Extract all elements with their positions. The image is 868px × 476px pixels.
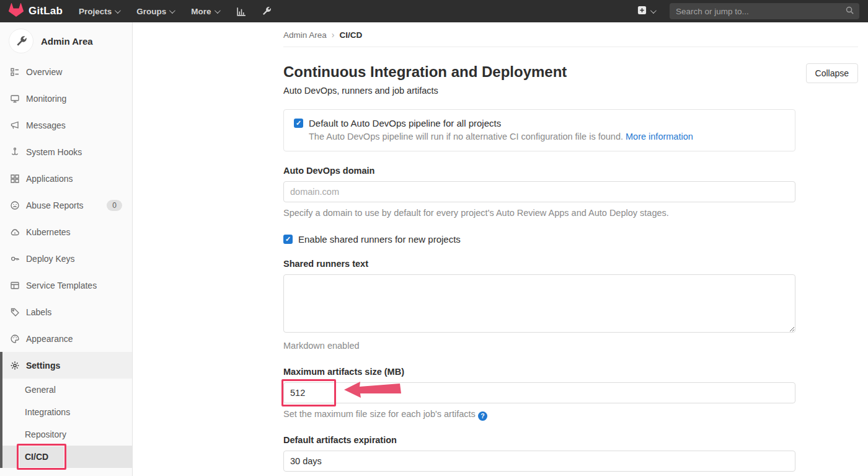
sidebar-item-integrations[interactable]: Integrations <box>2 401 132 423</box>
logo-text: GitLab <box>29 5 63 17</box>
key-icon <box>10 254 20 264</box>
sidebar-item-applications[interactable]: Applications <box>0 165 132 192</box>
auto-devops-panel: ✓ Default to Auto DevOps pipeline for al… <box>283 109 795 151</box>
collapse-button[interactable]: Collapse <box>806 63 858 83</box>
auto-devops-checkbox-label[interactable]: Default to Auto DevOps pipeline for all … <box>309 118 501 128</box>
artifacts-expiration-group: Default artifacts expiration Set the def… <box>283 435 795 476</box>
admin-wrench-icon[interactable] <box>262 6 272 16</box>
sidebar-item-appearance[interactable]: Appearance <box>0 325 132 352</box>
palette-icon <box>10 334 20 344</box>
nav-groups[interactable]: Groups <box>136 7 174 16</box>
runners-textarea[interactable] <box>283 274 795 333</box>
admin-area-avatar <box>9 29 33 53</box>
chevron-down-icon <box>215 7 221 14</box>
expiration-label: Default artifacts expiration <box>283 435 795 445</box>
grid-icon <box>10 174 20 184</box>
sidebar-item-overview[interactable]: Overview <box>0 58 132 85</box>
sidebar-item-system-hooks[interactable]: System Hooks <box>0 138 132 165</box>
gear-icon <box>10 361 20 370</box>
expiration-input[interactable] <box>283 451 795 472</box>
more-information-link[interactable]: More information <box>626 132 693 141</box>
cloud-gear-icon <box>10 227 20 237</box>
auto-devops-domain-group: Auto DevOps domain Specify a domain to u… <box>283 166 795 220</box>
sidebar-item-general[interactable]: General <box>2 379 132 401</box>
sidebar-header: Admin Area <box>0 22 132 58</box>
sidebar-item-kubernetes[interactable]: Kubernetes <box>0 218 132 245</box>
chevron-down-icon <box>169 7 175 14</box>
activity-chart-icon[interactable] <box>236 6 247 17</box>
auto-devops-help-text: The Auto DevOps pipeline will run if no … <box>309 132 623 141</box>
sidebar-item-deploy-keys[interactable]: Deploy Keys <box>0 245 132 272</box>
sidebar-settings-section: Settings General Integrations Repository… <box>0 352 132 468</box>
monitor-icon <box>10 94 20 104</box>
auto-devops-checkbox[interactable]: ✓ <box>294 119 303 128</box>
tag-icon <box>10 307 20 317</box>
runners-text-label: Shared runners text <box>283 259 795 269</box>
markdown-enabled-text: Markdown enabled <box>283 339 795 353</box>
breadcrumb-admin-area[interactable]: Admin Area <box>283 30 327 40</box>
search-icon <box>845 6 854 17</box>
global-search[interactable] <box>670 3 859 19</box>
top-navbar: GitLab Projects Groups More <box>0 0 868 22</box>
new-item-dropdown[interactable] <box>637 6 655 17</box>
help-question-icon[interactable]: ? <box>478 411 487 421</box>
template-icon <box>10 281 20 290</box>
shared-runners-checkbox[interactable]: ✓ <box>283 235 293 244</box>
frown-face-icon <box>10 200 20 210</box>
sidebar-item-labels[interactable]: Labels <box>0 299 132 325</box>
page-subtitle: Auto DevOps, runners and job artifacts <box>283 86 567 96</box>
max-artifacts-help-text: Set the maximum file size for each job's… <box>283 409 476 419</box>
sidebar-item-repository[interactable]: Repository <box>2 423 132 446</box>
sidebar-item-messages[interactable]: Messages <box>0 112 132 138</box>
domain-label: Auto DevOps domain <box>283 166 795 176</box>
chevron-down-icon <box>650 7 657 14</box>
sidebar-item-cicd[interactable]: CI/CD <box>2 446 132 468</box>
max-artifacts-input[interactable] <box>283 382 795 403</box>
domain-input[interactable] <box>283 181 795 202</box>
tanuki-icon <box>9 2 24 20</box>
breadcrumb-current: CI/CD <box>339 30 362 40</box>
sidebar-item-settings[interactable]: Settings <box>2 352 132 379</box>
sidebar-item-abuse-reports[interactable]: Abuse Reports 0 <box>0 192 132 218</box>
breadcrumb-separator: › <box>332 30 335 40</box>
breadcrumb: Admin Area › CI/CD <box>283 22 858 47</box>
shared-runners-text-group: Shared runners text Markdown enabled <box>283 259 795 353</box>
max-artifacts-group: Maximum artifacts size (MB) Set the maxi… <box>283 367 795 421</box>
nav-projects[interactable]: Projects <box>79 7 119 16</box>
chevron-down-icon <box>115 7 121 14</box>
megaphone-icon <box>10 120 20 130</box>
hook-icon <box>10 147 20 157</box>
plus-square-icon <box>637 6 647 17</box>
search-input[interactable] <box>676 7 845 16</box>
domain-help-text: Specify a domain to use by default for e… <box>283 207 795 220</box>
abuse-reports-count-badge: 0 <box>107 200 122 211</box>
sidebar-title: Admin Area <box>41 36 93 47</box>
shared-runners-checkbox-label[interactable]: Enable shared runners for new projects <box>298 234 461 245</box>
sidebar-item-service-templates[interactable]: Service Templates <box>0 272 132 299</box>
sidebar-item-monitoring[interactable]: Monitoring <box>0 85 132 112</box>
gitlab-logo[interactable]: GitLab <box>9 2 63 20</box>
max-artifacts-label: Maximum artifacts size (MB) <box>283 367 795 377</box>
main-content: Admin Area › CI/CD Continuous Integratio… <box>133 22 868 476</box>
overview-icon <box>10 67 20 77</box>
admin-sidebar: Admin Area Overview Monitoring Messages … <box>0 22 133 476</box>
nav-more[interactable]: More <box>191 7 218 16</box>
page-title: Continuous Integration and Deployment <box>283 63 567 81</box>
